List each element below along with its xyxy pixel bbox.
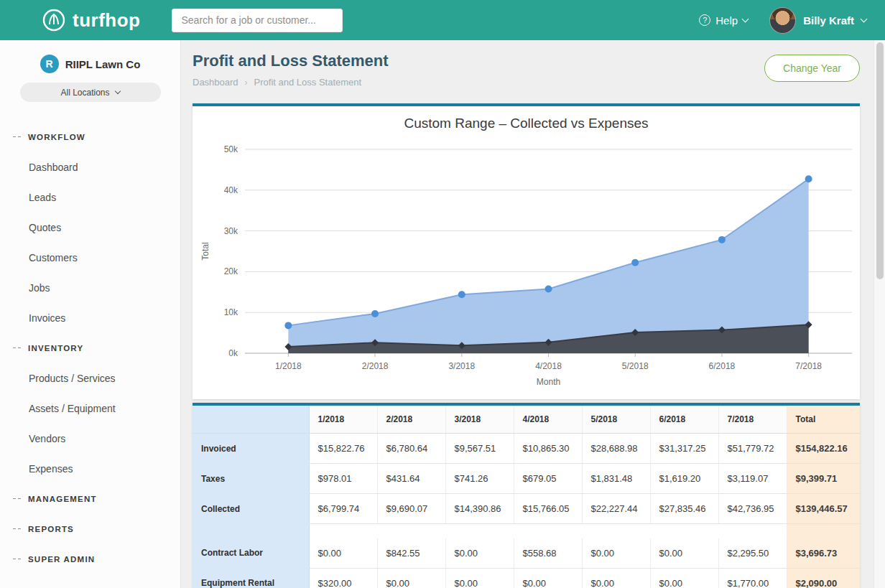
cell-value: $31,317.25 <box>650 434 718 464</box>
cell-value: $10,865.30 <box>514 434 582 464</box>
tree-dash-icon <box>13 345 23 351</box>
sidebar-section-reports[interactable]: REPORTS <box>0 514 180 544</box>
cell-value: $1,619.20 <box>650 464 718 494</box>
sidebar-section-label: WORKFLOW <box>28 133 85 141</box>
cell-value: $679.05 <box>514 464 582 494</box>
table-row: Invoiced$15,822.76$6,780.64$9,567.51$10,… <box>193 434 860 464</box>
change-year-button[interactable]: Change Year <box>764 55 860 82</box>
scrollbar-thumb[interactable] <box>876 42 884 279</box>
sidebar: R RIIPL Lawn Co All Locations WORKFLOWDa… <box>0 40 181 588</box>
svg-text:5/2018: 5/2018 <box>622 361 649 371</box>
profit-loss-chart: Custom Range – Collected vs Expenses0k10… <box>193 106 860 399</box>
user-menu[interactable]: Billy Kraft <box>769 7 866 34</box>
sidebar-item-jobs[interactable]: Jobs <box>0 273 180 303</box>
row-total: $2,090.00 <box>787 568 860 588</box>
row-label: Taxes <box>193 464 309 494</box>
sidebar-item-quotes[interactable]: Quotes <box>0 213 180 243</box>
sidebar-item-products-services[interactable]: Products / Services <box>0 363 180 393</box>
company-name: RIIPL Lawn Co <box>65 58 141 70</box>
tree-dash-icon <box>13 134 23 140</box>
breadcrumb-dashboard[interactable]: Dashboard <box>193 77 238 88</box>
svg-text:6/2018: 6/2018 <box>709 361 736 371</box>
svg-text:Month: Month <box>537 377 560 387</box>
cell-value: $0.00 <box>582 538 650 569</box>
sidebar-item-assets-equipment[interactable]: Assets / Equipment <box>0 393 180 424</box>
help-icon: ? <box>699 14 710 26</box>
turfhop-logo-icon <box>42 8 66 32</box>
sidebar-section-inventory[interactable]: INVENTORY <box>0 333 180 363</box>
cell-value: $1,770.00 <box>718 568 787 588</box>
chevron-down-icon <box>861 15 868 22</box>
sidebar-item-expenses[interactable]: Expenses <box>0 454 180 484</box>
sidebar-section-super-admin[interactable]: SUPER ADMIN <box>0 544 180 574</box>
svg-text:Total: Total <box>200 242 210 260</box>
month-column-header: 2/2018 <box>377 406 445 434</box>
cell-value: $741.26 <box>445 464 514 494</box>
row-label: Invoiced <box>193 434 309 464</box>
sidebar-section-workflow[interactable]: WORKFLOW <box>0 122 180 152</box>
svg-text:Custom Range – Collected vs Ex: Custom Range – Collected vs Expenses <box>404 116 648 131</box>
cell-value: $15,766.05 <box>514 494 582 524</box>
location-selector-label: All Locations <box>60 88 109 98</box>
table-header-row: 1/20182/20183/20184/20185/20186/20187/20… <box>193 406 860 434</box>
search-input[interactable] <box>172 9 343 32</box>
cell-value: $558.68 <box>514 538 582 569</box>
table-card: 1/20182/20183/20184/20185/20186/20187/20… <box>193 403 860 588</box>
page-title: Profit and Loss Statement <box>193 52 389 70</box>
cell-value: $6,780.64 <box>377 434 445 464</box>
chevron-down-icon <box>742 15 749 22</box>
breadcrumb: Dashboard › Profit and Loss Statement <box>193 77 389 88</box>
vertical-scrollbar[interactable] <box>874 40 885 588</box>
cell-value: $842.55 <box>377 538 445 569</box>
svg-text:50k: 50k <box>224 144 238 154</box>
cell-value: $0.00 <box>309 538 377 569</box>
cell-value: $3,119.07 <box>718 464 787 494</box>
row-label: Equipment Rental <box>193 568 309 588</box>
cell-value: $0.00 <box>445 538 514 569</box>
month-column-header: 6/2018 <box>650 406 718 434</box>
sidebar-item-leads[interactable]: Leads <box>0 182 180 213</box>
chart-card: Custom Range – Collected vs Expenses0k10… <box>193 103 860 399</box>
row-total: $9,399.71 <box>787 464 860 494</box>
sidebar-section-label: SUPER ADMIN <box>28 555 95 564</box>
sidebar-item-customers[interactable]: Customers <box>0 243 180 273</box>
tree-dash-icon <box>13 496 23 502</box>
svg-text:7/2018: 7/2018 <box>795 361 822 371</box>
brand-logo[interactable]: turfhop <box>42 8 140 32</box>
cell-value: $0.00 <box>445 568 514 588</box>
cell-value: $28,688.98 <box>582 434 650 464</box>
tree-dash-icon <box>13 556 23 562</box>
month-column-header: 5/2018 <box>582 406 650 434</box>
svg-text:10k: 10k <box>224 307 238 317</box>
month-column-header: 4/2018 <box>514 406 582 434</box>
svg-text:1/2018: 1/2018 <box>275 361 302 371</box>
cell-value: $1,831.48 <box>582 464 650 494</box>
month-column-header: 3/2018 <box>445 406 514 434</box>
row-total: $3,696.73 <box>787 538 860 569</box>
table-corner-header <box>193 406 309 434</box>
help-menu[interactable]: ? Help <box>699 14 748 27</box>
row-label: Contract Labor <box>193 538 309 569</box>
total-column-header: Total <box>787 406 860 434</box>
cell-value: $0.00 <box>377 568 445 588</box>
sidebar-item-dashboard[interactable]: Dashboard <box>0 152 180 182</box>
row-total: $139,446.57 <box>787 494 860 524</box>
cell-value: $0.00 <box>650 568 718 588</box>
sidebar-section-management[interactable]: MANAGEMENT <box>0 484 180 514</box>
company-selector[interactable]: R RIIPL Lawn Co <box>0 55 180 73</box>
profit-loss-table: 1/20182/20183/20184/20185/20186/20187/20… <box>193 406 860 588</box>
location-selector[interactable]: All Locations <box>20 83 161 102</box>
help-label: Help <box>715 14 738 27</box>
svg-text:0k: 0k <box>228 348 238 358</box>
sidebar-item-invoices[interactable]: Invoices <box>0 303 180 333</box>
table-row: Equipment Rental$320.00$0.00$0.00$0.00$0… <box>193 568 860 588</box>
svg-text:2/2018: 2/2018 <box>362 361 389 371</box>
month-column-header: 7/2018 <box>718 406 787 434</box>
table-row: Collected$6,799.74$9,690.07$14,390.86$15… <box>193 494 860 524</box>
sidebar-item-vendors[interactable]: Vendors <box>0 424 180 454</box>
cell-value: $0.00 <box>650 538 718 569</box>
gap-label-cell <box>193 524 309 538</box>
cell-value: $0.00 <box>514 568 582 588</box>
cell-value: $978.01 <box>309 464 377 494</box>
table-row: Taxes$978.01$431.64$741.26$679.05$1,831.… <box>193 464 860 494</box>
